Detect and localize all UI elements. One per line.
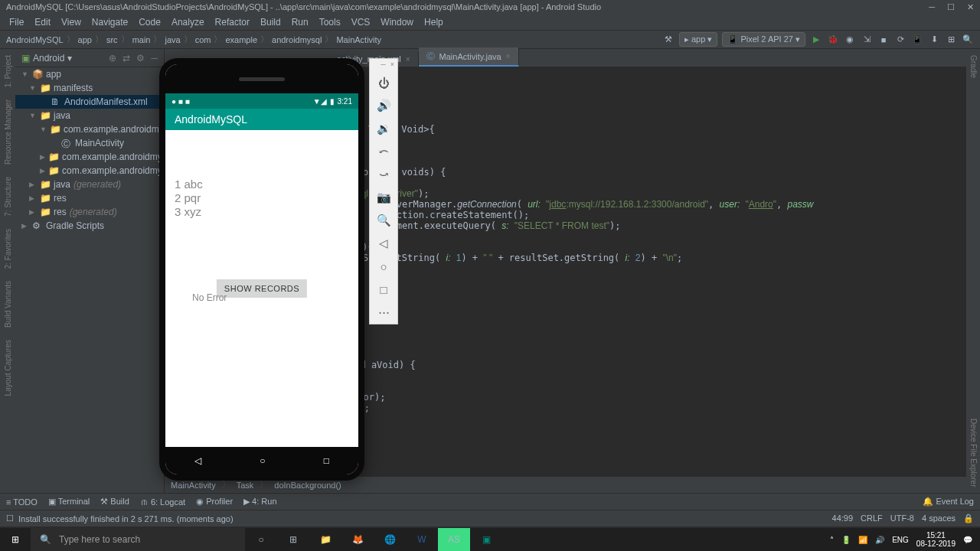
menu-help[interactable]: Help	[420, 15, 448, 29]
emu-min-icon[interactable]: ─	[381, 60, 385, 70]
tool-project[interactable]: 1: Project	[4, 49, 12, 93]
tree-item[interactable]: ⒸMainActivity	[15, 136, 164, 150]
tool-structure[interactable]: 7: Structure	[4, 171, 12, 223]
target-icon[interactable]: ⊕	[109, 53, 116, 64]
tree-item[interactable]: ▶📁res (generated)	[15, 205, 164, 219]
tool-layout-captures[interactable]: Layout Captures	[4, 334, 12, 402]
search-box[interactable]: 🔍 Type here to search	[31, 528, 245, 551]
battery-tray-icon[interactable]: 🔋	[841, 536, 851, 544]
volume-down-icon[interactable]: 🔉	[370, 117, 397, 140]
explorer-icon[interactable]: 📁	[309, 528, 341, 551]
menu-run[interactable]: Run	[287, 15, 313, 29]
clock-tray[interactable]: 15:21 08-12-2019	[916, 531, 956, 548]
structure-icon[interactable]: ⊞	[945, 34, 957, 46]
bc-pkg[interactable]: androidmysql	[272, 35, 322, 44]
lang-indicator[interactable]: ENG	[892, 536, 909, 544]
btab-logcat[interactable]: ⫙ 6: Logcat	[140, 497, 185, 507]
tool-gradle[interactable]: Gradle	[969, 49, 978, 84]
notification-icon[interactable]: 💬	[963, 536, 972, 544]
home-icon[interactable]: ○	[260, 455, 265, 466]
bc-app[interactable]: app	[78, 35, 92, 44]
attach-icon[interactable]: ⇲	[861, 34, 873, 46]
show-records-button[interactable]: SHOW RECORDS	[217, 279, 307, 298]
volume-up-icon[interactable]: 🔊	[370, 94, 397, 117]
back-emu-icon[interactable]: ◁	[370, 232, 397, 255]
tab-main-activity[interactable]: ⒸMainActivity.java×	[419, 47, 519, 67]
bc-project[interactable]: AndroidMySQL	[6, 35, 64, 44]
btab-event-log[interactable]: 🔔 Event Log	[923, 497, 974, 507]
cortana-icon[interactable]: ○	[245, 528, 277, 551]
menu-refactor[interactable]: Refactor	[211, 15, 254, 29]
crumb-method[interactable]: doInBackground()	[274, 481, 341, 490]
debug-icon[interactable]: 🐞	[827, 34, 839, 46]
btab-profiler[interactable]: ◉ Profiler	[196, 497, 233, 507]
btab-terminal[interactable]: ▣ Terminal	[48, 497, 90, 507]
menu-analyze[interactable]: Analyze	[167, 15, 209, 29]
tree-item[interactable]: ▼📁manifests	[15, 81, 164, 95]
sync-icon[interactable]: ⟳	[894, 34, 906, 46]
tree-header[interactable]: Android	[33, 53, 64, 64]
tree-item[interactable]: ▶⚙Gradle Scripts	[15, 219, 164, 233]
btab-run[interactable]: ▶ 4: Run	[243, 497, 276, 507]
btab-todo[interactable]: ≡ TODO	[6, 497, 38, 507]
back-icon[interactable]: ◁	[194, 455, 201, 466]
minimize-icon[interactable]: ─	[929, 2, 935, 12]
emu-close-icon[interactable]: ×	[390, 60, 394, 70]
divide-icon[interactable]: ⇄	[122, 53, 130, 64]
bc-main[interactable]: main	[132, 35, 151, 44]
menu-view[interactable]: View	[57, 15, 86, 29]
camera-icon[interactable]: 📷	[370, 186, 397, 209]
crumb-class[interactable]: MainActivity	[171, 481, 216, 490]
chrome-icon[interactable]: 🌐	[374, 528, 406, 551]
tree-item[interactable]: ▼📁java	[15, 109, 164, 122]
maximize-icon[interactable]: ☐	[947, 2, 955, 12]
search-icon[interactable]: 🔍	[962, 34, 974, 46]
device-select[interactable]: 📱 Pixel 2 API 27 ▾	[722, 32, 805, 47]
tree-item[interactable]: ▶📁com.example.androidmysql	[15, 150, 164, 164]
menu-vcs[interactable]: VCS	[347, 15, 375, 29]
rotate-left-icon[interactable]: ⤺	[370, 140, 397, 163]
menu-navigate[interactable]: Navigate	[87, 15, 132, 29]
taskview-icon[interactable]: ⊞	[277, 528, 309, 551]
wifi-tray-icon[interactable]: 📶	[858, 536, 867, 544]
gear-icon[interactable]: ⚙	[136, 53, 145, 64]
avd-icon[interactable]: 📱	[911, 34, 923, 46]
home-emu-icon[interactable]: ○	[370, 255, 397, 278]
menu-file[interactable]: File	[5, 15, 28, 29]
menu-window[interactable]: Window	[376, 15, 418, 29]
stop-icon[interactable]: ■	[877, 34, 890, 46]
tree-item[interactable]: ▼📁com.example.androidmysql	[15, 122, 164, 136]
sdk-icon[interactable]: ⬇	[928, 34, 940, 46]
bc-example[interactable]: example	[225, 35, 257, 44]
collapse-icon[interactable]: ─	[151, 53, 158, 64]
tool-device-explorer[interactable]: Device File Explorer	[969, 412, 978, 493]
tree-item[interactable]: ▼📦app	[15, 67, 164, 81]
tray-up-icon[interactable]: ˄	[830, 536, 834, 544]
more-icon[interactable]: ⋯	[370, 301, 397, 324]
word-icon[interactable]: W	[406, 528, 438, 551]
run-icon[interactable]: ▶	[810, 34, 822, 46]
menu-build[interactable]: Build	[256, 15, 286, 29]
android-studio-icon[interactable]: AS	[438, 528, 470, 551]
menu-tools[interactable]: Tools	[315, 15, 345, 29]
tree-item[interactable]: 🗎AndroidManifest.xml	[15, 95, 164, 109]
tool-resource[interactable]: Resource Manager	[4, 93, 12, 171]
bc-java[interactable]: java	[165, 35, 180, 44]
sound-tray-icon[interactable]: 🔊	[875, 536, 884, 544]
btab-build[interactable]: ⚒ Build	[100, 497, 129, 507]
tree-item[interactable]: ▶📁res	[15, 191, 164, 205]
bc-src[interactable]: src	[106, 35, 118, 44]
crumb-task[interactable]: Task	[237, 481, 254, 490]
tool-build-variants[interactable]: Build Variants	[4, 275, 12, 334]
overview-emu-icon[interactable]: □	[370, 278, 397, 301]
hammer-icon[interactable]: ⚒	[662, 34, 675, 46]
zoom-icon[interactable]: 🔍	[370, 209, 397, 232]
menu-edit[interactable]: Edit	[30, 15, 55, 29]
tree-item[interactable]: ▶📁com.example.androidmysql	[15, 164, 164, 178]
power-icon[interactable]: ⏻	[370, 71, 397, 94]
rotate-right-icon[interactable]: ⤻	[370, 163, 397, 186]
bc-file[interactable]: MainActivity	[336, 35, 381, 44]
run-config[interactable]: ▸ app ▾	[679, 32, 717, 47]
emulator-task-icon[interactable]: ▣	[470, 528, 502, 551]
close-icon[interactable]: ✕	[967, 2, 974, 12]
